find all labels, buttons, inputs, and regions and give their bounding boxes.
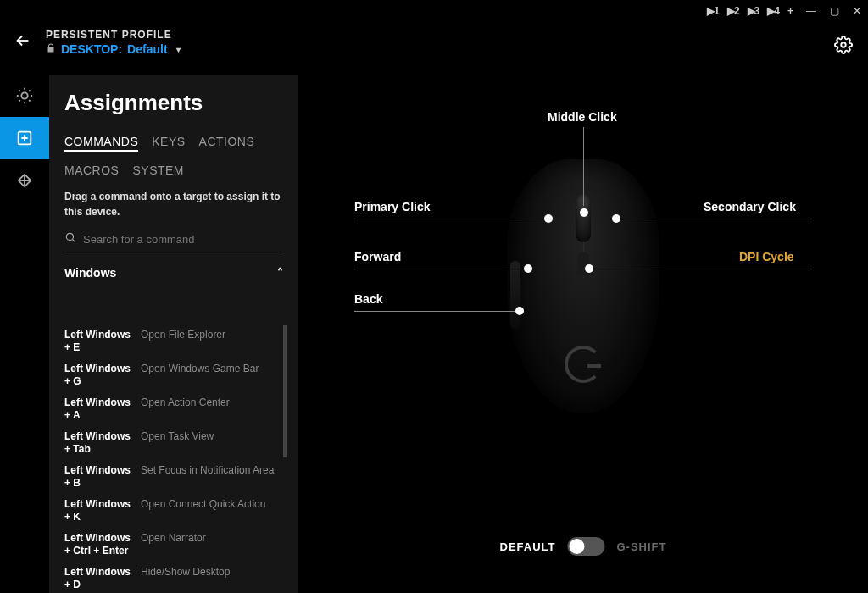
callout-line [583,127,584,206]
back-button[interactable] [14,31,32,53]
mode-toggle[interactable] [567,537,604,556]
search-input[interactable] [83,233,283,246]
tab-actions[interactable]: ACTIONS [199,135,255,152]
callout-dot[interactable] [580,208,588,217]
persistent-profile-label: PERSISTENT PROFILE [46,29,181,41]
callout-dot[interactable] [515,307,524,315]
window-maximize[interactable]: ▢ [830,5,839,17]
profile-add[interactable]: + [787,5,793,17]
page-title: Assignments [64,90,283,116]
callout-line [593,269,809,269]
svg-point-1 [21,92,27,98]
command-item[interactable]: Left Windows + Ctrl + EnterOpen Narrator [64,529,290,563]
profile-slot-1[interactable]: ▶1 [707,5,719,17]
command-key: Left Windows + G [64,363,136,388]
window-minimize[interactable]: — [806,5,816,17]
callout-dot[interactable] [544,214,553,223]
callout-line [354,269,524,269]
device-stage: Middle Click Primary Click Secondary Cli… [298,75,868,593]
profile-selector[interactable]: DESKTOP: Default ▾ [46,42,181,56]
command-key: Left Windows + D [64,566,136,591]
window-close[interactable]: ✕ [853,5,861,17]
command-desc: Open Connect Quick Action [141,498,290,524]
command-desc: Open Narrator [141,532,290,557]
command-item[interactable]: Left Windows + EOpen File Explorer [64,325,290,359]
command-key: Left Windows + E [64,329,136,354]
command-desc: Open Task View [141,430,290,456]
callout-line [354,311,515,312]
chevron-down-icon: ▾ [176,45,181,54]
nav-sensitivity[interactable] [0,159,49,202]
nav-lighting[interactable] [0,75,49,117]
command-item[interactable]: Left Windows + GOpen Windows Game Bar [64,359,290,393]
callout-dot[interactable] [585,264,593,273]
callout-dot[interactable] [524,264,532,273]
command-item[interactable]: Left Windows + AOpen Action Center [64,393,290,427]
callout-middle-click: Middle Click [548,110,617,124]
svg-point-0 [841,42,846,47]
callout-primary-click: Primary Click [354,200,431,213]
nav-assignments[interactable] [0,117,49,159]
command-item[interactable]: Left Windows + DHide/Show Desktop [64,563,290,593]
command-key: Left Windows + Ctrl + Enter [64,532,136,557]
hint-text: Drag a command onto a target to assign i… [64,189,283,219]
mode-default-label: DEFAULT [500,540,556,553]
callout-back: Back [354,292,382,306]
command-desc: Open File Explorer [141,329,290,354]
command-desc: Hide/Show Desktop [141,566,290,591]
command-item[interactable]: Left Windows + BSet Focus in Notificatio… [64,461,290,495]
callout-dot[interactable] [612,214,620,223]
tab-keys[interactable]: KEYS [152,135,185,152]
command-desc: Set Focus in Notification Area [141,464,290,490]
command-list[interactable]: Left Windows + EOpen File ExplorerLeft W… [64,325,290,593]
mode-gshift-label: G-SHIFT [616,540,666,553]
command-desc: Open Windows Game Bar [141,363,290,388]
command-key: Left Windows + B [64,464,136,490]
tab-commands[interactable]: COMMANDS [64,135,138,152]
callout-line [354,219,545,219]
callout-forward: Forward [354,250,401,263]
profile-slot-2[interactable]: ▶2 [727,5,739,17]
settings-button[interactable] [834,36,853,58]
callout-line [620,219,809,219]
g-logo-icon [565,346,602,383]
command-desc: Open Action Center [141,396,290,422]
callout-secondary-click: Secondary Click [704,200,796,213]
callout-dpi-cycle: DPI Cycle [739,250,794,263]
chevron-up-icon: ˄ [277,266,283,280]
tab-macros[interactable]: MACROS [64,163,119,177]
group-windows[interactable]: Windows ˄ [64,266,283,280]
profile-slot-3[interactable]: ▶3 [748,5,760,17]
command-key: Left Windows + K [64,498,136,524]
command-item[interactable]: Left Windows + TabOpen Task View [64,427,290,461]
search-icon [64,231,76,247]
command-item[interactable]: Left Windows + KOpen Connect Quick Actio… [64,495,290,529]
group-label: Windows [64,266,116,280]
profile-prefix: DESKTOP: [61,42,122,56]
profile-slot-4[interactable]: ▶4 [767,5,779,17]
tab-system[interactable]: SYSTEM [132,163,184,177]
profile-name: Default [127,42,167,56]
svg-point-3 [66,233,73,240]
lock-icon [46,42,56,56]
command-key: Left Windows + Tab [64,430,136,456]
side-buttons[interactable] [510,261,520,329]
command-key: Left Windows + A [64,396,136,422]
